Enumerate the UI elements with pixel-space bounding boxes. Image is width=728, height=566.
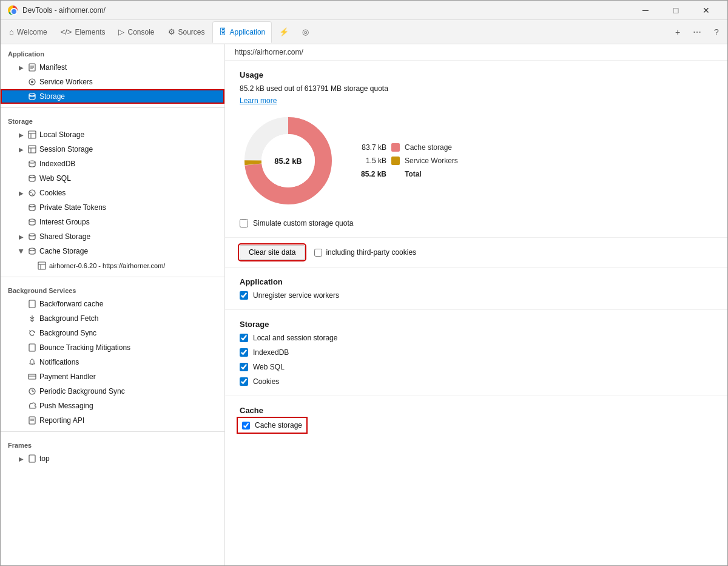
svg-rect-8 bbox=[29, 131, 36, 138]
simulate-quota-checkbox[interactable] bbox=[240, 219, 248, 227]
more-tools-button[interactable]: ⋯ bbox=[689, 24, 706, 41]
add-tab-button[interactable]: + bbox=[669, 24, 686, 41]
usage-section: Usage 85.2 kB used out of 613791 MB stor… bbox=[225, 61, 727, 238]
notifications-icon bbox=[27, 357, 37, 367]
donut-center-value: 85.2 kB bbox=[274, 157, 302, 166]
private-state-icon bbox=[27, 203, 37, 212]
sidebar-bg-fetch-label: Background Fetch bbox=[39, 314, 98, 323]
legend-sw-value: 1.5 kB bbox=[356, 157, 386, 165]
sidebar-item-cache-entry[interactable]: ▶ airhorner-0.6.20 - https://airhorner.c… bbox=[1, 258, 224, 273]
simulate-quota-label[interactable]: Simulate custom storage quota bbox=[253, 219, 353, 227]
cache-section: Cache Cache storage bbox=[225, 396, 727, 440]
indexeddb-checkbox[interactable] bbox=[240, 348, 248, 357]
tab-console[interactable]: ▷ Console bbox=[112, 21, 160, 43]
third-party-label[interactable]: including third-party cookies bbox=[326, 248, 416, 257]
sidebar-private-state-label: Private State Tokens bbox=[39, 203, 106, 212]
sidebar-payment-label: Payment Handler bbox=[39, 372, 96, 381]
legend-cache-color bbox=[391, 143, 400, 152]
sidebar-item-service-workers[interactable]: ▶ Service Workers bbox=[1, 75, 224, 89]
sidebar-item-notifications[interactable]: ▶ Notifications bbox=[1, 355, 224, 369]
tab-elements[interactable]: </> Elements bbox=[55, 21, 112, 43]
shared-storage-icon bbox=[27, 232, 37, 241]
sidebar-item-bg-sync[interactable]: ▶ Background Sync bbox=[1, 326, 224, 340]
indexeddb-check-label[interactable]: IndexedDB bbox=[253, 348, 289, 357]
cache-storage-check-label[interactable]: Cache storage bbox=[255, 421, 302, 430]
local-session-label[interactable]: Local and session storage bbox=[253, 334, 337, 342]
sidebar-item-bounce-tracking[interactable]: ▶ Bounce Tracking Mitigations bbox=[1, 340, 224, 355]
local-session-row: Local and session storage bbox=[240, 334, 713, 342]
learn-more-link[interactable]: Learn more bbox=[240, 96, 277, 105]
sidebar-bg-sync-label: Background Sync bbox=[39, 329, 96, 337]
sidebar-item-reporting-api[interactable]: ▶ Reporting API bbox=[1, 413, 224, 428]
svg-point-21 bbox=[29, 234, 35, 236]
local-storage-icon bbox=[27, 130, 37, 140]
bg-sync-icon bbox=[27, 328, 37, 338]
third-party-checkbox[interactable] bbox=[314, 249, 322, 257]
sidebar-item-periodic-bg-sync[interactable]: ▶ Periodic Background Sync bbox=[1, 384, 224, 399]
minimize-button[interactable]: ─ bbox=[632, 1, 659, 20]
clock-icon bbox=[27, 386, 37, 396]
sidebar-cache-entry-label: airhorner-0.6.20 - https://airhorner.com… bbox=[49, 262, 165, 269]
chart-legend: 83.7 kB Cache storage 1.5 kB Service Wor… bbox=[356, 143, 458, 178]
tab-welcome[interactable]: ⌂ Welcome bbox=[3, 21, 53, 43]
sidebar-item-back-forward[interactable]: ▶ Back/forward cache bbox=[1, 297, 224, 311]
local-session-checkbox[interactable] bbox=[240, 334, 248, 342]
cookies-checkbox[interactable] bbox=[240, 377, 248, 386]
cache-storage-outlined-wrapper: Cache storage bbox=[240, 420, 305, 431]
sidebar-item-local-storage[interactable]: ▶ Local Storage bbox=[1, 127, 224, 142]
sidebar-local-storage-label: Local Storage bbox=[39, 130, 84, 139]
legend-sw-color bbox=[391, 157, 400, 165]
svg-point-5 bbox=[31, 81, 33, 83]
sidebar-item-cookies[interactable]: ▶ Cookies bbox=[1, 186, 224, 200]
legend-cache-value: 83.7 kB bbox=[356, 143, 386, 152]
title-bar-buttons: ─ □ ✕ bbox=[632, 1, 720, 20]
payment-icon bbox=[27, 372, 37, 382]
sidebar-item-cache-storage[interactable]: ▶ Cache Storage bbox=[1, 244, 224, 258]
unregister-sw-label[interactable]: Unregister service workers bbox=[253, 291, 339, 300]
sidebar: Application ▶ Manifest ▶ Service Workers… bbox=[1, 44, 225, 565]
cache-storage-checkbox[interactable] bbox=[242, 422, 250, 430]
back-forward-icon bbox=[27, 299, 37, 309]
manifest-icon bbox=[27, 62, 37, 72]
svg-rect-29 bbox=[29, 344, 35, 351]
sidebar-item-storage[interactable]: ▶ Storage bbox=[1, 89, 224, 104]
tab-performance[interactable]: ⚡ bbox=[273, 21, 295, 43]
help-button[interactable]: ? bbox=[708, 24, 725, 41]
svg-point-20 bbox=[29, 219, 35, 221]
title-bar: DevTools - airhorner.com/ ─ □ ✕ bbox=[1, 1, 727, 20]
usage-text: 85.2 kB used out of 613791 MB storage qu… bbox=[240, 84, 713, 93]
sidebar-section-storage-header: Storage bbox=[1, 112, 224, 127]
svg-point-16 bbox=[29, 190, 35, 196]
cookies-icon bbox=[27, 188, 37, 198]
svg-rect-26 bbox=[29, 300, 35, 308]
console-icon: ▷ bbox=[118, 27, 124, 36]
sidebar-item-indexeddb[interactable]: ▶ IndexedDB bbox=[1, 157, 224, 171]
tab-application[interactable]: 🗄 Application bbox=[212, 21, 272, 43]
sidebar-item-private-state[interactable]: ▶ Private State Tokens bbox=[1, 200, 224, 215]
tab-sources[interactable]: ⚙ Sources bbox=[162, 21, 211, 43]
unregister-sw-checkbox[interactable] bbox=[240, 291, 248, 300]
sidebar-item-interest-groups[interactable]: ▶ Interest Groups bbox=[1, 215, 224, 229]
performance-icon: ⚡ bbox=[279, 27, 289, 36]
sidebar-item-shared-storage[interactable]: ▶ Shared Storage bbox=[1, 229, 224, 244]
legend-total-label: Total bbox=[405, 170, 422, 178]
sidebar-item-websql[interactable]: ▶ Web SQL bbox=[1, 171, 224, 186]
websql-checkbox[interactable] bbox=[240, 363, 248, 371]
sidebar-item-push-messaging[interactable]: ▶ Push Messaging bbox=[1, 399, 224, 413]
sidebar-sw-label: Service Workers bbox=[39, 78, 93, 86]
sidebar-item-session-storage[interactable]: ▶ Session Storage bbox=[1, 142, 224, 157]
sidebar-notifications-label: Notifications bbox=[39, 358, 79, 366]
maximize-button[interactable]: □ bbox=[662, 1, 690, 20]
cookies-check-label[interactable]: Cookies bbox=[253, 377, 279, 386]
storage-icon bbox=[27, 92, 37, 101]
close-button[interactable]: ✕ bbox=[692, 1, 720, 20]
unregister-sw-row: Unregister service workers bbox=[240, 291, 713, 300]
websql-check-label[interactable]: Web SQL bbox=[253, 363, 285, 371]
sidebar-item-top[interactable]: ▶ top bbox=[1, 451, 224, 466]
clear-site-data-button[interactable]: Clear site data bbox=[240, 245, 305, 260]
sidebar-item-manifest[interactable]: ▶ Manifest bbox=[1, 60, 224, 75]
sidebar-item-payment-handler[interactable]: ▶ Payment Handler bbox=[1, 369, 224, 384]
session-storage-icon bbox=[27, 144, 37, 154]
tab-memory[interactable]: ◎ bbox=[296, 21, 315, 43]
sidebar-item-bg-fetch[interactable]: ▶ Background Fetch bbox=[1, 311, 224, 326]
